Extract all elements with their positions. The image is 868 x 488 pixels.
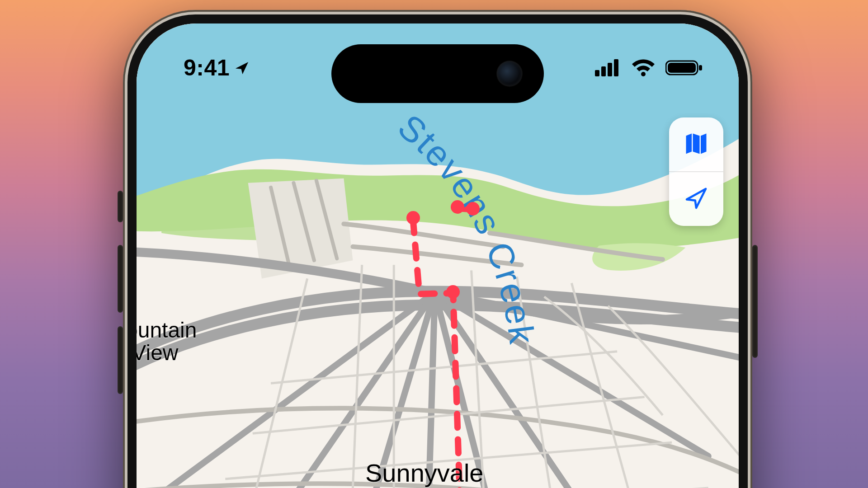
map-controls <box>669 117 723 226</box>
map-label-sunnyvale: Sunnyvale <box>365 458 484 488</box>
svg-rect-12 <box>699 65 702 70</box>
status-time: 9:41 <box>184 55 230 81</box>
phone-frame: Stevens Creek ountain View Sunnyvale <box>123 10 752 488</box>
volume-up-button <box>118 245 123 313</box>
location-services-icon <box>234 60 250 75</box>
svg-rect-11 <box>668 63 696 73</box>
route-waypoint <box>446 285 460 299</box>
map-mode-button[interactable] <box>669 117 723 171</box>
svg-point-9 <box>641 72 646 76</box>
map-fold-icon <box>683 130 710 159</box>
mute-switch <box>118 191 123 222</box>
route-waypoint <box>406 211 420 225</box>
battery-icon <box>665 59 703 76</box>
svg-rect-6 <box>601 66 606 76</box>
cellular-signal-icon <box>595 59 621 76</box>
svg-rect-5 <box>595 70 599 76</box>
svg-rect-7 <box>608 63 612 76</box>
route-waypoint <box>451 200 464 214</box>
route-waypoint <box>466 202 480 216</box>
map-label-mountain-view: ountain View <box>137 319 197 365</box>
power-button <box>752 245 758 358</box>
svg-rect-8 <box>614 59 618 76</box>
volume-down-button <box>118 326 123 394</box>
status-bar: 9:41 <box>137 23 739 104</box>
phone-screen[interactable]: Stevens Creek ountain View Sunnyvale <box>137 23 739 488</box>
wifi-icon <box>631 59 656 77</box>
location-arrow-icon <box>684 186 709 213</box>
locate-me-button[interactable] <box>669 172 723 226</box>
